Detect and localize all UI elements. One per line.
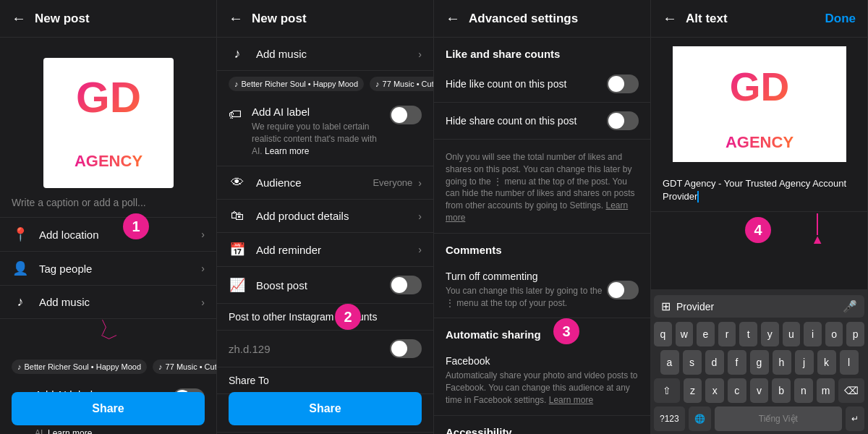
learn-more-fb[interactable]: Learn more — [549, 395, 593, 405]
boost-post-item[interactable]: 📈 Boost post — [217, 267, 433, 304]
music-icon-2: ♪ — [229, 46, 246, 61]
music-tag-icon: ♪ — [17, 362, 22, 371]
key-enter[interactable]: ↵ — [846, 407, 864, 431]
caption-placeholder[interactable]: Write a caption or add a poll... — [0, 188, 216, 218]
done-button[interactable]: Done — [825, 12, 856, 26]
key-l[interactable]: l — [840, 350, 859, 375]
add-music-item[interactable]: ♪ Add music › — [0, 286, 216, 319]
post-to-label: Post to other Instagram accounts — [217, 304, 433, 331]
key-k[interactable]: k — [817, 350, 836, 375]
svg-text:AGENCY: AGENCY — [74, 152, 142, 170]
key-x[interactable]: x — [705, 378, 724, 403]
kb-row-3: ⇧ z x c v b n m ⌫ — [654, 378, 864, 403]
hide-share-title: Hide share count on this post — [446, 115, 607, 127]
post-to-account[interactable]: zh.d.129 — [217, 331, 433, 367]
add-location-item[interactable]: 📍 Add location › — [0, 218, 216, 252]
ai-toggle-2[interactable] — [390, 106, 422, 124]
post-image-1: GD AGENCY — [43, 58, 174, 188]
key-n[interactable]: n — [794, 378, 813, 403]
panel-alt-text: ← Alt text Done GD AGENCY — [651, 0, 868, 434]
key-123[interactable]: ?123 — [654, 407, 685, 431]
key-q[interactable]: q — [654, 322, 672, 346]
music-tag-2[interactable]: ♪ 77 Music • Cute Opp... — [153, 359, 216, 374]
key-o[interactable]: o — [825, 322, 843, 346]
panel2-title: New post — [252, 12, 307, 26]
key-h[interactable]: h — [773, 350, 791, 375]
add-product-item[interactable]: 🛍 Add product details › — [217, 200, 433, 233]
account-toggle[interactable] — [390, 339, 422, 358]
ai-icon-2: 🏷 — [229, 107, 242, 122]
product-icon: 🛍 — [229, 208, 246, 224]
step-badge-4: 4 — [745, 217, 771, 243]
tag-people-item[interactable]: 👤 Tag people › — [0, 252, 216, 286]
svg-text:GD: GD — [729, 64, 789, 109]
music-tag-icon: ♪ — [158, 362, 163, 371]
key-w[interactable]: w — [676, 322, 694, 346]
panel1-title: New post — [35, 12, 90, 26]
boost-icon: 📈 — [229, 277, 246, 293]
kb-row-1: q w e r t y u i o p — [654, 322, 864, 346]
key-globe[interactable]: 🌐 — [689, 407, 711, 431]
back-arrow-1[interactable]: ← — [12, 10, 26, 27]
ai-label-title-2: Add AI label — [252, 106, 380, 118]
share-button-1[interactable]: Share — [12, 392, 205, 425]
key-backspace[interactable]: ⌫ — [838, 378, 864, 403]
key-a[interactable]: a — [660, 350, 679, 375]
hide-share-toggle[interactable] — [607, 111, 639, 130]
key-space[interactable]: Tiếng Việt — [715, 407, 842, 431]
key-i[interactable]: i — [804, 322, 822, 346]
key-shift[interactable]: ⇧ — [654, 378, 680, 403]
panel-advanced-settings: ← Advanced settings Like and share count… — [434, 0, 651, 434]
chevron-icon: › — [418, 244, 422, 255]
back-arrow-4[interactable]: ← — [663, 10, 677, 27]
music-tag-1[interactable]: ♪ Better Richer Soul • Happy Mood — [12, 359, 147, 374]
people-icon: 👤 — [12, 260, 29, 276]
add-reminder-item[interactable]: 📅 Add reminder › — [217, 233, 433, 267]
key-z[interactable]: z — [684, 378, 702, 403]
music-tag-p2-1[interactable]: ♪ Better Richer Soul • Happy Mood — [229, 77, 364, 91]
key-r[interactable]: r — [718, 322, 736, 346]
comments-section-label: Comments — [434, 234, 650, 262]
step-badge-2: 2 — [335, 304, 361, 330]
learn-more-link[interactable]: Learn more — [265, 146, 309, 156]
key-u[interactable]: u — [783, 322, 801, 346]
hide-like-count-row: Hide like count on this post — [434, 66, 650, 103]
key-g[interactable]: g — [750, 350, 769, 375]
reminder-icon: 📅 — [229, 242, 246, 258]
back-arrow-3[interactable]: ← — [446, 10, 460, 27]
key-t[interactable]: t — [739, 322, 757, 346]
boost-toggle[interactable] — [390, 276, 422, 294]
key-f[interactable]: f — [728, 350, 746, 375]
add-music-2[interactable]: ♪ Add music › — [217, 38, 433, 71]
kb-suggestions: ⊞ Provider 🎤 — [654, 295, 864, 318]
audience-item-2[interactable]: 👁 Audience Everyone › — [217, 166, 433, 200]
hide-like-toggle[interactable] — [607, 75, 639, 93]
key-c[interactable]: c — [728, 378, 746, 403]
key-s[interactable]: s — [683, 350, 702, 375]
kb-provider-label[interactable]: Provider — [676, 301, 837, 312]
back-arrow-2[interactable]: ← — [229, 10, 243, 27]
learn-more-3[interactable]: Learn more — [446, 200, 628, 223]
alt-text-field[interactable]: GDT Agency - Your Trusted Agency Account… — [651, 168, 867, 212]
key-b[interactable]: b — [772, 378, 791, 403]
share-to-label: Share To — [217, 367, 433, 394]
panel4-header: ← Alt text Done — [651, 0, 867, 38]
share-button-2[interactable]: Share — [229, 392, 422, 425]
double-chevron: 〉 〉 — [0, 319, 216, 354]
alt-text-image: GD AGENCY — [673, 46, 846, 162]
key-j[interactable]: j — [795, 350, 814, 375]
key-m[interactable]: m — [817, 378, 835, 403]
chevron-icon: › — [418, 177, 422, 189]
key-y[interactable]: y — [761, 322, 779, 346]
commenting-toggle[interactable] — [607, 281, 639, 299]
ai-learn-more[interactable]: Learn more — [48, 428, 92, 434]
key-v[interactable]: v — [750, 378, 769, 403]
chevron-icon: › — [201, 263, 205, 274]
hide-like-title: Hide like count on this post — [446, 78, 607, 90]
music-tags-1: ♪ Better Richer Soul • Happy Mood ♪ 77 M… — [0, 354, 216, 380]
key-e[interactable]: e — [697, 322, 715, 346]
key-p[interactable]: p — [846, 322, 864, 346]
music-icon: ♪ — [375, 80, 380, 88]
key-d[interactable]: d — [705, 350, 724, 375]
music-tag-p2-2[interactable]: ♪ 77 Music • Cute Opp... — [370, 77, 433, 91]
